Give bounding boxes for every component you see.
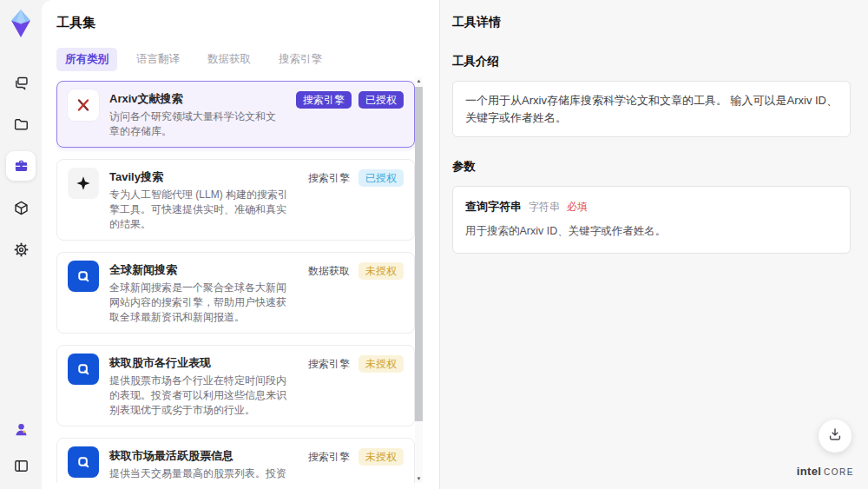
tab-data-fetch[interactable]: 数据获取 [199, 48, 260, 71]
category-badge: 搜索引擎 [306, 169, 352, 187]
tool-card-global-news[interactable]: 全球新闻搜索 全球新闻搜索是一个聚合全球各大新闻网站内容的搜索引擎，帮助用户快速… [56, 252, 415, 334]
scrollbar-up-arrow[interactable]: ▲ [415, 76, 423, 85]
core-brand-text: core [824, 467, 854, 477]
tool-name: 获取股市各行业表现 [109, 354, 291, 371]
tool-name: 获取市场最活跃股票信息 [109, 446, 291, 464]
stock-search-icon [68, 354, 99, 385]
sidebar-item-files[interactable] [6, 109, 36, 139]
tool-card-tavily[interactable]: Tavily搜索 专为人工智能代理 (LLM) 构建的搜索引擎工具。可快速提供实… [56, 159, 415, 241]
intel-core-logo: intel core [797, 465, 854, 478]
chat-icon [13, 75, 30, 91]
status-badge: 未授权 [358, 448, 404, 466]
tool-description: 提供当天交易量最高的股票列表。投资者可以利用这些信息来识别流动性强的股票和潜在的… [109, 466, 291, 483]
scrollbar-down-arrow[interactable]: ▼ [415, 474, 423, 483]
tool-description: 全球新闻搜索是一个聚合全球各大新闻网站内容的搜索引擎，帮助用户快速获取全球最新资… [109, 281, 291, 325]
sidebar-item-chat[interactable] [6, 68, 36, 97]
user-avatar-icon [13, 421, 30, 438]
intel-brand-text: intel [797, 465, 821, 478]
download-button[interactable] [819, 420, 852, 453]
params-heading: 参数 [452, 159, 851, 175]
download-icon [827, 426, 843, 446]
tab-all-categories[interactable]: 所有类别 [56, 48, 117, 71]
icon-sidebar [0, 0, 42, 489]
parameter-name: 查询字符串 [465, 199, 522, 215]
required-badge: 必填 [567, 200, 588, 215]
intro-heading: 工具介绍 [452, 54, 851, 69]
folder-icon [13, 116, 30, 133]
tool-intro-text: 一个用于从Arxiv存储库搜索科学论文和文章的工具。 输入可以是Arxiv ID… [452, 81, 851, 137]
sidebar-collapse-button[interactable] [6, 451, 36, 480]
tavily-star-icon [68, 168, 99, 199]
tab-language-translation[interactable]: 语言翻译 [128, 48, 188, 71]
status-badge: 未授权 [358, 355, 404, 373]
panel-toggle-icon [13, 458, 30, 474]
category-tabs: 所有类别 语言翻译 数据获取 搜索引擎 [56, 48, 439, 71]
sidebar-item-account[interactable] [6, 414, 36, 444]
sidebar-item-settings[interactable] [6, 235, 36, 264]
sidebar-item-packages[interactable] [6, 193, 36, 222]
scrollbar-thumb[interactable] [415, 87, 423, 421]
tool-description: 专为人工智能代理 (LLM) 构建的搜索引擎工具。可快速提供实时、准确和真实的结… [109, 188, 291, 232]
parameter-card: 查询字符串 字符串 必填 用于搜索的Arxiv ID、关键字或作者姓名。 [452, 186, 851, 254]
tool-list: Arxiv文献搜索 访问各个研究领域大量科学论文和文章的存储库。 搜索引擎 已授… [56, 81, 415, 483]
toolbox-icon [13, 158, 30, 175]
category-badge: 搜索引擎 [306, 448, 352, 466]
tool-card-active-stocks[interactable]: 获取市场最活跃股票信息 提供当天交易量最高的股票列表。投资者可以利用这些信息来识… [56, 438, 415, 483]
tool-card-arxiv[interactable]: Arxiv文献搜索 访问各个研究领域大量科学论文和文章的存储库。 搜索引擎 已授… [56, 81, 415, 148]
category-badge: 搜索引擎 [306, 355, 352, 373]
settings-gear-icon [13, 241, 30, 258]
parameter-description: 用于搜索的Arxiv ID、关键字或作者姓名。 [465, 224, 838, 239]
stock-search-icon [68, 446, 99, 478]
tool-name: Arxiv文献搜索 [109, 89, 280, 107]
category-badge: 搜索引擎 [296, 91, 352, 109]
page-title: 工具集 [56, 15, 439, 31]
app-window: 工具集 所有类别 语言翻译 数据获取 搜索引擎 Arxiv文献搜索 访问各个研究… [0, 0, 868, 489]
status-badge: 未授权 [358, 262, 404, 280]
tools-panel: 工具集 所有类别 语言翻译 数据获取 搜索引擎 Arxiv文献搜索 访问各个研究… [42, 0, 439, 489]
tool-name: Tavily搜索 [109, 168, 291, 185]
sidebar-item-tools[interactable] [6, 151, 36, 181]
package-icon [13, 200, 30, 216]
tool-details-panel: 工具详情 工具介绍 一个用于从Arxiv存储库搜索科学论文和文章的工具。 输入可… [439, 0, 868, 489]
tab-search-engine[interactable]: 搜索引擎 [270, 48, 331, 71]
tool-name: 全球新闻搜索 [109, 261, 291, 278]
tool-card-sector-performance[interactable]: 获取股市各行业表现 提供股票市场各个行业在特定时间段内的表现。投资者可以利用这些… [56, 345, 415, 426]
details-title: 工具详情 [452, 15, 851, 30]
arxiv-logo-icon [68, 89, 99, 121]
parameter-type: 字符串 [529, 200, 560, 215]
news-search-icon [68, 261, 99, 292]
tool-description: 访问各个研究领域大量科学论文和文章的存储库。 [109, 109, 280, 139]
tool-description: 提供股票市场各个行业在特定时间段内的表现。投资者可以利用这些信息来识别表现优于或… [109, 373, 291, 418]
app-logo gem-logo-icon [8, 9, 34, 38]
category-badge: 数据获取 [306, 262, 352, 280]
status-badge: 已授权 [358, 169, 404, 187]
list-scrollbar[interactable]: ▲ ▼ [415, 76, 423, 483]
status-badge: 已授权 [358, 91, 404, 109]
